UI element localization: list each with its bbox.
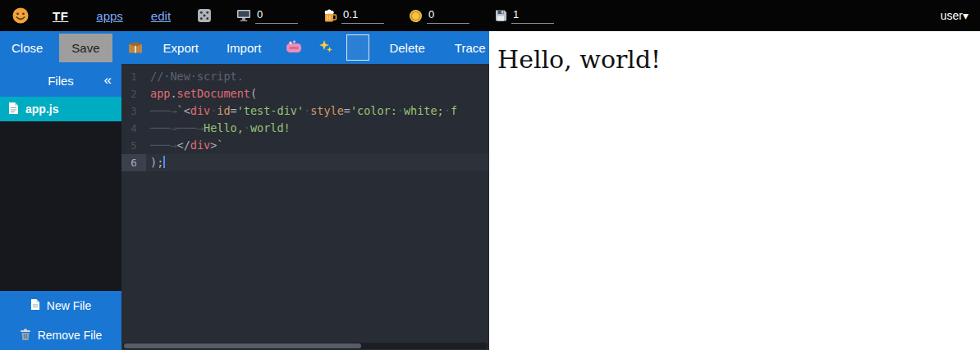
stat-floppy <box>494 8 554 24</box>
code-token: 'color: <box>350 104 397 117</box>
editor-code: //·New·script.app.setDocument(───→`<div·… <box>146 68 489 350</box>
save-button[interactable]: Save <box>59 34 112 62</box>
editor-horizontal-scrollbar[interactable] <box>123 343 488 349</box>
delete-button[interactable]: Delete <box>381 36 433 60</box>
code-token: ───→ <box>150 121 177 134</box>
text-cursor <box>163 156 165 168</box>
beer-icon <box>323 8 337 23</box>
gutter-line-number: 4 <box>121 120 146 137</box>
dice-icon[interactable] <box>197 8 212 23</box>
nav-link-apps[interactable]: apps <box>96 9 123 23</box>
sparkles-icon <box>318 39 333 57</box>
code-token: = <box>231 104 237 117</box>
code-token: Hello, <box>204 121 244 134</box>
code-token: ───→ <box>177 121 204 134</box>
code-token: · <box>444 104 451 117</box>
code-editor[interactable]: 123456 //·New·script.app.setDocument(───… <box>121 64 489 350</box>
file-name: app.js <box>25 102 58 116</box>
code-token: ` <box>177 104 184 117</box>
code-token: 'test-div' <box>237 104 304 117</box>
sidebar-actions: New File Remove File <box>0 291 121 350</box>
preview-text: Hello, world! <box>497 45 980 74</box>
floppy-stat-input[interactable] <box>511 8 554 24</box>
workspace: Files « app.js New File <box>0 64 489 350</box>
files-sidebar: Files « app.js New File <box>0 64 121 350</box>
code-token: setDocument <box>177 87 250 100</box>
code-token: div <box>190 139 210 152</box>
smiley-icon[interactable] <box>11 7 30 25</box>
code-token: ───→ <box>150 104 177 117</box>
coin-stat-input[interactable] <box>427 8 469 24</box>
close-button[interactable]: Close <box>3 36 51 60</box>
code-token: · <box>244 121 250 134</box>
code-token: </ <box>177 139 190 152</box>
gutter-line-number: 3 <box>121 102 146 120</box>
code-token: //·New·script. <box>150 70 244 83</box>
export-button[interactable]: Export <box>155 36 207 60</box>
scrollbar-thumb[interactable] <box>124 343 361 348</box>
code-token: · <box>304 104 310 117</box>
gutter-line-number: 6 <box>121 154 146 171</box>
package-icon <box>127 39 144 57</box>
user-menu[interactable]: user▾ <box>941 9 969 22</box>
topbar: TF apps edit user▾ <box>0 0 980 31</box>
gutter-line-number: 2 <box>121 85 146 102</box>
code-token: white; <box>404 104 444 117</box>
remove-file-button[interactable]: Remove File <box>0 320 121 350</box>
file-icon <box>8 102 19 117</box>
monitor-icon <box>236 9 251 22</box>
new-file-icon <box>30 298 40 313</box>
code-token: style <box>310 104 344 117</box>
code-line[interactable]: app.setDocument( <box>146 85 489 102</box>
file-item-appjs[interactable]: app.js <box>0 97 121 121</box>
sparkles-button[interactable] <box>314 36 338 60</box>
trace-button[interactable]: Trace <box>446 36 494 60</box>
code-token: < <box>184 104 190 117</box>
gutter-line-number: 5 <box>121 137 146 154</box>
code-token: ───→ <box>150 139 177 152</box>
stat-coin <box>409 8 469 24</box>
trash-icon <box>20 328 31 343</box>
code-token: world! <box>250 121 291 134</box>
preview-pane: Hello, world! <box>489 31 980 350</box>
floppy-icon <box>494 9 507 22</box>
import-button[interactable]: Import <box>218 36 270 60</box>
toolbar: Close Save Export Import Delete Tr <box>0 31 489 64</box>
editor-gutter: 123456 <box>121 68 146 350</box>
brand-link[interactable]: TF <box>53 9 68 23</box>
file-list-empty-area <box>0 121 121 291</box>
coin-icon <box>409 9 423 23</box>
files-header: Files « <box>0 64 121 97</box>
code-line[interactable]: ───→`<div·id='test-div'·style='color:·wh… <box>146 102 489 120</box>
nav-link-edit[interactable]: edit <box>151 9 171 23</box>
new-file-label: New File <box>47 299 91 312</box>
ide-panel: Close Save Export Import Delete Tr <box>0 31 489 350</box>
collapse-sidebar-button[interactable]: « <box>104 72 112 89</box>
soap-button[interactable] <box>281 37 307 59</box>
package-button[interactable] <box>122 36 149 60</box>
code-token: . <box>170 87 176 100</box>
soap-icon <box>286 40 302 56</box>
code-token: · <box>397 104 404 117</box>
remove-file-label: Remove File <box>38 329 103 342</box>
code-token: ( <box>250 87 257 100</box>
code-line[interactable]: ); <box>146 154 489 171</box>
code-token: app <box>150 87 170 100</box>
beer-stat-input[interactable] <box>341 8 384 24</box>
code-token: id <box>217 104 230 117</box>
monitor-stat-input[interactable] <box>255 8 298 24</box>
stat-monitor <box>236 8 298 24</box>
code-line[interactable]: ───→</div>` <box>146 137 489 154</box>
files-header-label: Files <box>48 74 74 88</box>
main-row: Close Save Export Import Delete Tr <box>0 31 980 350</box>
code-token: ); <box>150 156 163 169</box>
command-input[interactable] <box>346 34 369 61</box>
code-token: f <box>451 104 457 117</box>
gutter-line-number: 1 <box>121 68 146 85</box>
code-line[interactable]: ───→───→Hello,·world! <box>146 120 489 137</box>
stat-beer <box>323 8 384 24</box>
code-token: = <box>344 104 350 117</box>
code-token: ` <box>217 139 223 152</box>
new-file-button[interactable]: New File <box>0 291 121 320</box>
code-line[interactable]: //·New·script. <box>146 68 489 85</box>
